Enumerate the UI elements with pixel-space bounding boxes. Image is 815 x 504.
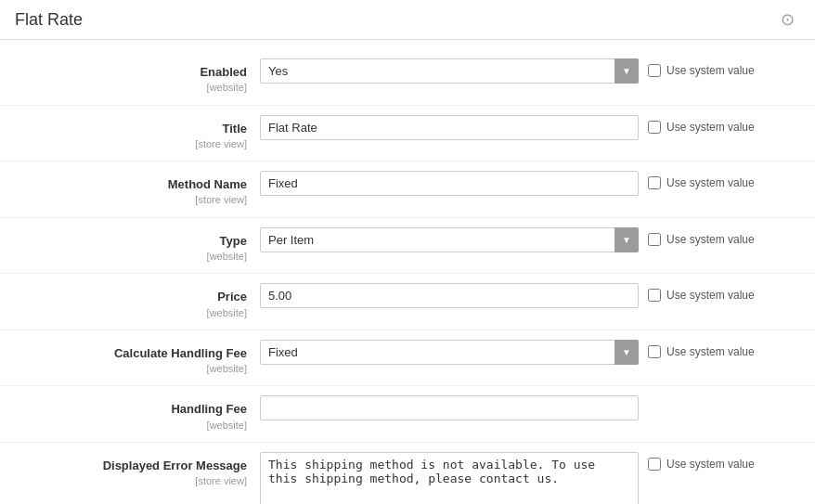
field-sublabel-price: [website] bbox=[0, 306, 247, 320]
textarea-displayed_error_message[interactable]: This shipping method is not available. T… bbox=[260, 452, 639, 504]
field-label-enabled: Enabled bbox=[0, 64, 247, 81]
system-value-label-enabled: Use system value bbox=[666, 64, 755, 77]
system-value-checkbox-price[interactable] bbox=[648, 289, 661, 302]
system-value-checkbox-method_name[interactable] bbox=[648, 176, 661, 189]
field-sublabel-handling_fee: [website] bbox=[0, 419, 247, 433]
field-sublabel-enabled: [website] bbox=[0, 81, 247, 95]
field-sublabel-calculate_handling_fee: [website] bbox=[0, 362, 247, 376]
form-row-method_name: Method Name[store view]Use system value bbox=[0, 162, 815, 218]
label-col-method_name: Method Name[store view] bbox=[0, 171, 260, 208]
input-price[interactable] bbox=[260, 283, 639, 308]
form-row-calculate_handling_fee: Calculate Handling Fee[website]FixedPerc… bbox=[0, 330, 815, 387]
input-title[interactable] bbox=[260, 115, 639, 140]
system-col-displayed_error_message: Use system value bbox=[648, 452, 796, 471]
system-value-checkbox-type[interactable] bbox=[648, 233, 661, 246]
system-col-method_name: Use system value bbox=[648, 171, 796, 189]
select-wrap-type: Per ItemPer Order bbox=[260, 227, 639, 252]
select-wrap-calculate_handling_fee: FixedPercent bbox=[260, 340, 639, 365]
form-row-title: Title[store view]Use system value bbox=[0, 106, 815, 162]
field-label-price: Price bbox=[0, 289, 247, 305]
page-title: Flat Rate bbox=[15, 10, 83, 30]
input-handling_fee[interactable] bbox=[260, 395, 639, 420]
input-method_name[interactable] bbox=[260, 171, 639, 196]
select-wrap-enabled: YesNo bbox=[260, 58, 639, 84]
form-row-price: Price[website]Use system value bbox=[0, 274, 815, 330]
input-col-handling_fee bbox=[260, 395, 648, 420]
system-value-checkbox-title[interactable] bbox=[648, 121, 661, 134]
system-value-checkbox-calculate_handling_fee[interactable] bbox=[648, 345, 661, 358]
input-col-calculate_handling_fee: FixedPercent bbox=[260, 340, 648, 365]
select-enabled[interactable]: YesNo bbox=[260, 58, 639, 84]
system-value-label-method_name: Use system value bbox=[666, 176, 755, 189]
collapse-button[interactable]: ⊙ bbox=[775, 7, 800, 32]
label-col-displayed_error_message: Displayed Error Message[store view] bbox=[0, 452, 260, 489]
system-col-title: Use system value bbox=[648, 115, 796, 134]
system-value-label-type: Use system value bbox=[666, 233, 755, 246]
field-label-calculate_handling_fee: Calculate Handling Fee bbox=[0, 345, 247, 362]
system-value-label-displayed_error_message: Use system value bbox=[666, 458, 755, 471]
input-col-type: Per ItemPer Order bbox=[260, 227, 648, 252]
field-sublabel-displayed_error_message: [store view] bbox=[0, 474, 247, 488]
system-col-enabled: Use system value bbox=[648, 58, 796, 77]
select-calculate_handling_fee[interactable]: FixedPercent bbox=[260, 340, 639, 365]
input-col-enabled: YesNo bbox=[260, 58, 648, 84]
label-col-calculate_handling_fee: Calculate Handling Fee[website] bbox=[0, 340, 260, 377]
page-header: Flat Rate ⊙ bbox=[0, 0, 815, 40]
label-col-price: Price[website] bbox=[0, 283, 260, 320]
field-label-type: Type bbox=[0, 233, 247, 250]
form-row-type: Type[website]Per ItemPer OrderUse system… bbox=[0, 218, 815, 275]
content-area: Enabled[website]YesNoUse system valueTit… bbox=[0, 40, 815, 504]
input-col-method_name bbox=[260, 171, 648, 196]
system-value-checkbox-displayed_error_message[interactable] bbox=[648, 458, 661, 471]
system-value-label-price: Use system value bbox=[666, 289, 755, 302]
field-sublabel-title: [store view] bbox=[0, 137, 247, 151]
form-row-handling_fee: Handling Fee[website] bbox=[0, 386, 815, 443]
system-col-handling_fee bbox=[648, 395, 796, 401]
form-row-enabled: Enabled[website]YesNoUse system value bbox=[0, 49, 815, 106]
system-value-label-title: Use system value bbox=[666, 121, 755, 134]
select-type[interactable]: Per ItemPer Order bbox=[260, 227, 639, 252]
input-col-title bbox=[260, 115, 648, 140]
system-value-checkbox-enabled[interactable] bbox=[648, 64, 661, 77]
input-col-price bbox=[260, 283, 648, 308]
label-col-title: Title[store view] bbox=[0, 115, 260, 152]
label-col-enabled: Enabled[website] bbox=[0, 58, 260, 96]
field-label-displayed_error_message: Displayed Error Message bbox=[0, 458, 247, 474]
input-col-displayed_error_message: This shipping method is not available. T… bbox=[260, 452, 648, 504]
label-col-type: Type[website] bbox=[0, 227, 260, 265]
field-sublabel-type: [website] bbox=[0, 250, 247, 264]
field-label-handling_fee: Handling Fee bbox=[0, 401, 247, 418]
label-col-handling_fee: Handling Fee[website] bbox=[0, 395, 260, 433]
form-row-displayed_error_message: Displayed Error Message[store view]This … bbox=[0, 443, 815, 504]
system-value-label-calculate_handling_fee: Use system value bbox=[666, 345, 755, 358]
system-col-calculate_handling_fee: Use system value bbox=[648, 340, 796, 358]
field-sublabel-method_name: [store view] bbox=[0, 193, 247, 207]
field-label-title: Title bbox=[0, 121, 247, 137]
field-label-method_name: Method Name bbox=[0, 176, 247, 193]
system-col-price: Use system value bbox=[648, 283, 796, 302]
system-col-type: Use system value bbox=[648, 227, 796, 246]
